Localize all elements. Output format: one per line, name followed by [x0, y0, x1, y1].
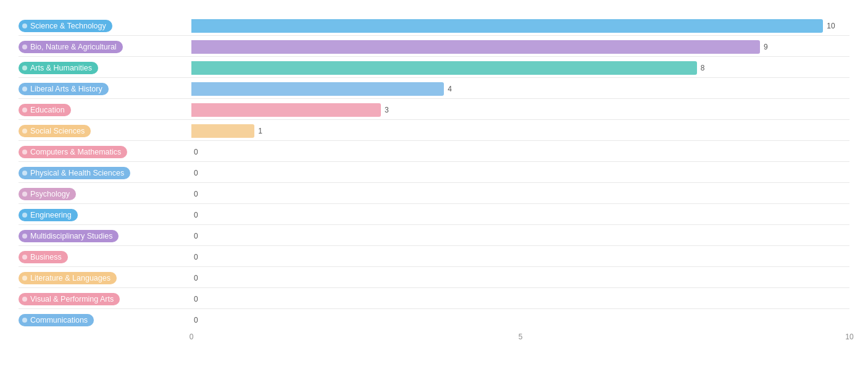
label-pill: Visual & Performing Arts: [19, 293, 120, 305]
bar-label: Bio, Nature & Agricultural: [30, 43, 117, 51]
bar-row: Communications0: [19, 310, 849, 330]
bar-label: Business: [30, 253, 62, 261]
label-dot: [22, 318, 27, 323]
bar-section: 0: [191, 313, 849, 327]
x-tick: 0: [190, 333, 194, 341]
bar-label: Education: [30, 106, 65, 114]
bar-row: Arts & Humanities8: [19, 58, 849, 78]
bar-section: 9: [191, 40, 849, 54]
bar-value: 10: [827, 22, 835, 30]
bar-label: Computers & Mathematics: [30, 148, 121, 156]
label-dot: [22, 66, 27, 70]
bar: [191, 124, 254, 138]
bar-row: Social Sciences1: [19, 121, 849, 141]
bar-value: 0: [194, 232, 198, 240]
bar-row: Engineering0: [19, 205, 849, 225]
bar-section: 4: [191, 82, 849, 96]
bar-section: 1: [191, 124, 849, 138]
label-area: Engineering: [19, 209, 191, 221]
label-dot: [22, 297, 27, 302]
label-area: Business: [19, 251, 191, 263]
bar-value: 0: [194, 211, 198, 219]
bar-section: 0: [191, 229, 849, 243]
label-pill: Social Sciences: [19, 125, 91, 137]
bar: [191, 82, 444, 96]
label-pill: Computers & Mathematics: [19, 146, 127, 158]
bar-label: Multidisciplinary Studies: [30, 232, 112, 240]
bar-section: 0: [191, 187, 849, 201]
bar-value: 0: [194, 295, 198, 303]
bar-row: Education3: [19, 100, 849, 120]
bar-value: 0: [194, 190, 198, 198]
label-dot: [22, 108, 27, 112]
chart-container: Science & Technology10Bio, Nature & Agri…: [0, 0, 868, 390]
label-dot: [22, 213, 27, 218]
label-area: Liberal Arts & History: [19, 83, 191, 95]
label-dot: [22, 87, 27, 91]
bar-label: Social Sciences: [30, 127, 85, 135]
label-pill: Business: [19, 251, 68, 263]
label-pill: Multidisciplinary Studies: [19, 230, 119, 242]
bar-row: Bio, Nature & Agricultural9: [19, 37, 849, 57]
label-pill: Arts & Humanities: [19, 62, 98, 74]
bar-label: Physical & Health Sciences: [30, 169, 124, 177]
bar-value: 0: [194, 169, 198, 177]
bar-section: 0: [191, 166, 849, 180]
bar-section: 3: [191, 103, 849, 117]
label-pill: Science & Technology: [19, 20, 112, 32]
label-dot: [22, 129, 27, 134]
bar-label: Communications: [30, 316, 88, 324]
bar-value: 3: [385, 106, 389, 114]
label-dot: [22, 255, 27, 260]
label-area: Multidisciplinary Studies: [19, 230, 191, 242]
bar-row: Business0: [19, 247, 849, 267]
label-dot: [22, 234, 27, 239]
bar-row: Literature & Languages0: [19, 268, 849, 288]
bar-row: Visual & Performing Arts0: [19, 289, 849, 309]
bar: [191, 103, 381, 117]
label-area: Literature & Languages: [19, 272, 191, 284]
bar-value: 0: [194, 274, 198, 282]
label-pill: Engineering: [19, 209, 78, 221]
label-pill: Psychology: [19, 188, 76, 200]
bar-row: Multidisciplinary Studies0: [19, 226, 849, 246]
label-dot: [22, 276, 27, 281]
bar-row: Liberal Arts & History4: [19, 79, 849, 99]
bar-value: 9: [764, 43, 768, 51]
label-area: Communications: [19, 314, 191, 326]
label-area: Bio, Nature & Agricultural: [19, 41, 191, 53]
label-area: Psychology: [19, 188, 191, 200]
label-pill: Communications: [19, 314, 94, 326]
label-pill: Education: [19, 104, 71, 116]
bar-label: Literature & Languages: [30, 274, 111, 282]
bar-value: 1: [258, 127, 262, 135]
bar-label: Liberal Arts & History: [30, 85, 102, 93]
bar-label: Visual & Performing Arts: [30, 295, 114, 303]
label-pill: Literature & Languages: [19, 272, 117, 284]
label-dot: [22, 45, 27, 49]
label-dot: [22, 23, 27, 28]
label-pill: Physical & Health Sciences: [19, 167, 130, 179]
label-pill: Bio, Nature & Agricultural: [19, 41, 123, 53]
x-axis: 0510: [191, 333, 849, 345]
bar-label: Psychology: [30, 190, 70, 198]
bar-value: 4: [448, 85, 452, 93]
bar-section: 10: [191, 19, 849, 33]
bar-row: Physical & Health Sciences0: [19, 163, 849, 183]
bar-value: 8: [701, 64, 705, 72]
bar-label: Arts & Humanities: [30, 64, 92, 72]
label-area: Physical & Health Sciences: [19, 167, 191, 179]
chart-area: Science & Technology10Bio, Nature & Agri…: [19, 16, 849, 330]
label-pill: Liberal Arts & History: [19, 83, 109, 95]
bar-value: 0: [194, 316, 198, 324]
bar-section: 0: [191, 292, 849, 306]
bar: [191, 19, 823, 33]
label-area: Visual & Performing Arts: [19, 293, 191, 305]
bar-section: 0: [191, 250, 849, 264]
x-tick: 5: [519, 333, 523, 341]
bar-row: Computers & Mathematics0: [19, 142, 849, 162]
label-area: Social Sciences: [19, 125, 191, 137]
bar-row: Psychology0: [19, 184, 849, 204]
bar-label: Engineering: [30, 211, 72, 219]
label-area: Arts & Humanities: [19, 62, 191, 74]
